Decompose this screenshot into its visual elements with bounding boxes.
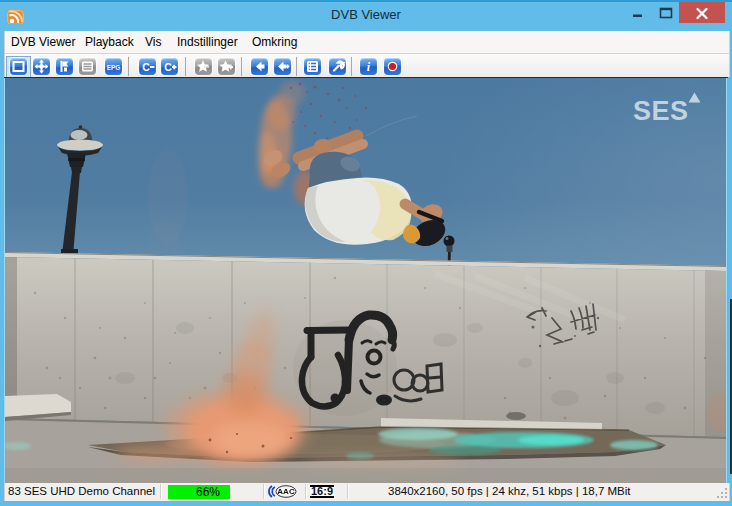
svg-text:AAC: AAC (277, 487, 295, 496)
svg-text:C: C (142, 61, 150, 73)
svg-text:i: i (367, 60, 371, 74)
svg-text:SES: SES (633, 96, 689, 126)
svg-text:C: C (164, 61, 172, 73)
svg-text:EPG: EPG (106, 64, 120, 71)
